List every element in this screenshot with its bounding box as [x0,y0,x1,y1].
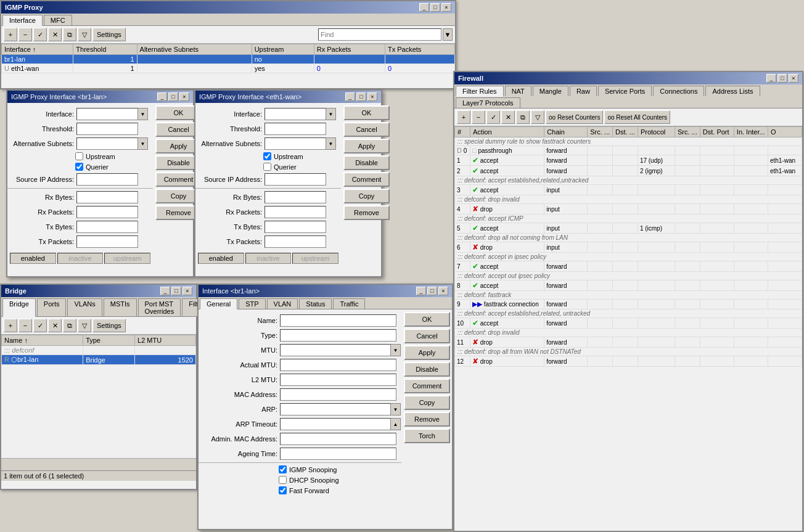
source-ip-input[interactable]: 46.48.3.225 [265,173,326,186]
col-src-port[interactable]: Src. ... [675,127,700,137]
settings-btn[interactable]: Settings [92,319,126,332]
max-btn[interactable]: □ [777,74,787,83]
table-row[interactable]: 9 ▶▶ fasttrack connection forward [455,300,802,309]
table-row[interactable]: ::: defconf: fasttrack [455,291,802,300]
table-row[interactable]: br1-lan 1 no 0 0 [2,55,455,64]
arp-timeout-input[interactable] [280,418,391,430]
disable-button[interactable]: Disable [343,155,390,170]
x-btn[interactable]: ✕ [48,319,62,332]
table-row[interactable]: ::: defconf: accept established,related,… [455,176,802,185]
maximize-btn[interactable]: □ [430,3,440,12]
col-src[interactable]: Src. ... [588,127,613,137]
mtu-input[interactable] [280,344,391,356]
tab-status[interactable]: Status [299,298,332,309]
mac-input[interactable]: D4:CA:6D:59:F0:FA [280,388,396,401]
tab-stp[interactable]: STP [239,298,265,309]
check-btn[interactable]: ✓ [486,110,500,124]
col-upstream[interactable]: Upstream [252,44,314,55]
table-row[interactable]: D 0 □ passthrough forward [455,146,802,155]
cancel-button[interactable]: Cancel [404,329,450,343]
table-row[interactable]: ::: defconf: drop all not coming from LA… [455,234,802,242]
add-btn[interactable]: + [4,319,17,332]
min-btn[interactable]: _ [416,287,426,295]
querier-checkbox[interactable] [263,163,271,171]
table-row[interactable]: 4 ✘ drop input [455,204,802,215]
minimize-btn[interactable]: _ [419,3,429,12]
max-btn[interactable]: □ [427,287,437,295]
table-row[interactable]: 8 ✔ accept forward [455,280,802,291]
col-name[interactable]: Name ↑ [2,335,83,346]
comment-button[interactable]: Comment [343,172,390,187]
col-proto[interactable]: Protocol [638,127,675,137]
col-dst[interactable]: Dst. ... [613,127,638,137]
tab-service-ports[interactable]: Service Ports [598,86,652,96]
rx-bytes-input[interactable]: 0 B [265,191,326,203]
col-threshold[interactable]: Threshold [73,44,137,55]
igmp-snooping-checkbox[interactable] [279,465,287,473]
alt-subnets-input[interactable] [76,137,138,150]
add-btn[interactable]: + [457,110,470,124]
tab-mstis[interactable]: MSTIs [104,298,137,316]
close-btn[interactable]: × [441,3,451,12]
table-row[interactable]: ::: special dummy rule to show fasttrack… [455,137,802,146]
upstream-checkbox[interactable] [75,152,83,160]
find-dropdown-btn[interactable]: ▼ [443,28,453,41]
close-btn[interactable]: × [183,287,192,295]
alt-subnets-dropdown[interactable]: ▼ [326,137,336,150]
table-row[interactable]: 3 ✔ accept input [455,185,802,195]
col-in[interactable]: In. Inter... [734,127,768,137]
table-row[interactable]: 7 ✔ accept forward [455,261,802,272]
tab-address-lists[interactable]: Address Lists [705,86,760,96]
max-btn[interactable]: □ [171,287,181,295]
copy-button[interactable]: Copy [343,189,390,203]
threshold-input[interactable]: 1 [265,123,326,135]
tx-bytes-input[interactable]: 0 B [265,221,326,233]
table-row[interactable]: ::: defconf: drop invalid [455,195,802,204]
tab-vlan[interactable]: VLAN [267,298,298,309]
table-row[interactable]: ::: defconf: drop all from WAN not DSTNA… [455,348,802,356]
copy-btn[interactable]: ⧉ [516,110,530,124]
comment-button[interactable]: Comment [404,379,450,393]
threshold-input[interactable]: 1 [76,123,138,135]
disable-button[interactable]: Disable [404,362,450,377]
apply-button[interactable]: Apply [404,345,450,360]
tab-filter-rules[interactable]: Filter Rules [456,86,504,97]
remove-button[interactable]: Remove [343,205,390,220]
tx-packets-input[interactable]: 0 [265,235,326,248]
settings-btn[interactable]: Settings [92,28,126,41]
table-row[interactable]: 2 ✔ accept forward 2 (igmp)eth1-wan [455,166,802,176]
querier-checkbox[interactable] [75,163,83,171]
remove-button[interactable]: Remove [404,412,450,427]
source-ip-input[interactable]: 192.168.1.1 [76,173,138,186]
reset-counters-btn[interactable]: oo Reset Counters [546,110,603,124]
tab-ports[interactable]: Ports [37,298,67,316]
mtu-dropdown[interactable]: ▼ [391,344,401,356]
fast-forward-checkbox[interactable] [279,486,287,494]
tab-mangle[interactable]: Mangle [533,86,568,96]
col-rx-packets[interactable]: Rx Packets [314,44,385,55]
table-row[interactable]: 6 ✘ drop input [455,242,802,253]
rx-packets-input[interactable]: 0 [265,206,326,218]
rx-bytes-input[interactable]: 0 B [76,191,138,203]
dhcp-snooping-checkbox[interactable] [279,476,287,484]
col-alt-subnets[interactable]: Alternative Subnets [137,44,252,55]
min-btn[interactable]: _ [766,74,776,83]
arp-dropdown[interactable]: ▼ [391,403,401,415]
tab-layer7[interactable]: Layer7 Protocols [456,97,520,108]
x-btn[interactable]: ✕ [48,28,62,41]
upstream-checkbox[interactable] [263,152,271,160]
col-tx-packets[interactable]: Tx Packets [385,44,454,55]
table-row[interactable]: ::: defconf: drop invalid [455,329,802,337]
col-l2mtu[interactable]: L2 MTU [135,335,196,346]
col-interface[interactable]: Interface ↑ [2,44,73,55]
col-chain[interactable]: Chain [544,127,588,137]
alt-subnets-input[interactable] [265,137,326,150]
torch-button[interactable]: Torch [404,428,450,443]
copy-btn[interactable]: ⧉ [63,319,76,332]
table-row[interactable]: 12 ✘ drop forward [455,356,802,367]
close-btn[interactable]: × [179,92,189,101]
col-action[interactable]: Action [470,127,544,137]
alt-subnets-dropdown[interactable]: ▼ [138,137,148,150]
filter-btn[interactable]: ▽ [78,319,91,332]
tab-raw[interactable]: Raw [570,86,597,96]
